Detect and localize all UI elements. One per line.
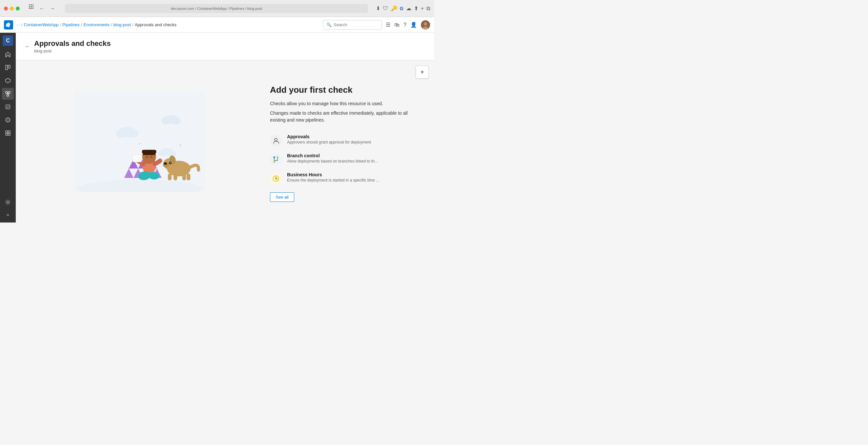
breadcrumb-org[interactable]: ···	[17, 22, 20, 27]
sidebar-settings-icon[interactable]	[2, 196, 14, 208]
azure-devops-logo[interactable]	[4, 20, 13, 30]
svg-point-54	[170, 162, 171, 163]
help-icon[interactable]: ?	[403, 22, 406, 28]
svg-rect-14	[6, 133, 7, 135]
svg-point-28	[139, 143, 141, 144]
browser-back-button[interactable]: ←	[37, 4, 46, 13]
content-area: ← Approvals and checks blog-post +	[16, 33, 434, 222]
share-icon[interactable]: ⬆	[414, 5, 418, 11]
svg-point-16	[7, 201, 9, 203]
breadcrumb-current: Approvals and checks	[135, 22, 177, 27]
search-input[interactable]	[334, 22, 373, 27]
svg-point-62	[274, 161, 275, 163]
svg-line-10	[8, 93, 8, 94]
user-settings-icon[interactable]: 👤	[410, 22, 417, 28]
svg-point-6	[8, 92, 10, 93]
approvals-icon	[270, 135, 282, 146]
svg-point-45	[150, 156, 152, 158]
back-button[interactable]: ←	[25, 43, 30, 49]
svg-point-22	[116, 130, 127, 138]
svg-rect-47	[134, 156, 140, 161]
svg-rect-4	[8, 65, 10, 68]
check-item-approvals-title: Approvals	[287, 134, 371, 139]
svg-rect-15	[8, 133, 10, 135]
clock-icon	[270, 173, 282, 184]
check-item-approvals-desc: Approvers should grant approval for depl…	[287, 140, 371, 144]
illustration-area	[16, 60, 264, 222]
page-title: Approvals and checks	[34, 39, 111, 48]
svg-point-60	[274, 157, 275, 158]
check-item-branch-desc: Allow deployments based on branches link…	[287, 159, 378, 164]
add-check-button[interactable]: +	[415, 66, 429, 79]
title-bar-actions: ⬇ 🛡 🔑 G ☁ ⬆ + ⧉	[376, 5, 430, 11]
svg-rect-58	[186, 174, 190, 180]
svg-rect-55	[167, 174, 171, 180]
svg-point-1	[424, 22, 427, 26]
check-item-branch: Branch control Allow deployments based o…	[270, 153, 421, 166]
minimize-button[interactable]	[10, 6, 14, 10]
breadcrumb-environments[interactable]: Environments	[83, 22, 109, 27]
sidebar: C	[0, 33, 16, 222]
download-icon[interactable]: ⬇	[376, 5, 380, 11]
svg-rect-57	[182, 174, 186, 180]
grammarly-icon[interactable]: G	[400, 6, 403, 11]
svg-point-51	[164, 162, 167, 165]
page-header: ← Approvals and checks blog-post	[16, 33, 434, 60]
sidebar-item-extensions[interactable]	[2, 127, 14, 139]
svg-point-59	[275, 138, 277, 141]
cloud-icon[interactable]: ☁	[406, 5, 411, 11]
sidebar-bottom: »	[2, 196, 14, 220]
sidebar-item-pipelines[interactable]	[2, 88, 14, 100]
check-list: Approvals Approvers should grant approva…	[270, 134, 421, 184]
password-icon[interactable]: 🔑	[391, 5, 397, 11]
sidebar-org-logo[interactable]: C	[3, 35, 13, 46]
svg-rect-13	[8, 131, 10, 133]
check-item-hours-text: Business Hours Ensure the deployment is …	[287, 172, 379, 182]
title-bar: ← → dev.azure.com / ContainerWebApp / Pi…	[0, 0, 434, 17]
check-item-approvals: Approvals Approvers should grant approva…	[270, 134, 421, 146]
sidebar-item-boards[interactable]	[2, 62, 14, 73]
svg-rect-3	[6, 65, 7, 70]
check-item-branch-text: Branch control Allow deployments based o…	[287, 153, 378, 164]
plus-tab-icon[interactable]: +	[421, 6, 424, 11]
svg-point-26	[167, 150, 176, 156]
windows-icon[interactable]: ⧉	[427, 6, 430, 11]
nav-bar: ··· / ContainerWebApp / Pipelines / Envi…	[0, 17, 434, 33]
svg-rect-43	[142, 150, 156, 153]
svg-point-27	[179, 144, 181, 146]
svg-point-44	[146, 156, 148, 158]
maximize-button[interactable]	[16, 6, 20, 10]
page-subtitle: blog-post	[34, 48, 111, 54]
sidebar-item-home[interactable]	[2, 48, 14, 60]
svg-rect-56	[173, 174, 177, 180]
shield-icon[interactable]: 🛡	[383, 6, 388, 11]
right-panel-title: Add your first check	[270, 85, 421, 95]
svg-point-20	[170, 117, 180, 125]
breadcrumb-blog-post[interactable]: blog-post	[114, 22, 131, 27]
menu-icon[interactable]: ☰	[386, 22, 391, 28]
nav-search-bar[interactable]: 🔍	[323, 20, 382, 30]
avatar[interactable]	[421, 20, 430, 30]
breadcrumb: ··· / ContainerWebApp / Pipelines / Envi…	[17, 22, 321, 27]
close-button[interactable]	[4, 6, 8, 10]
right-panel-desc1: Checks allow you to manage how this reso…	[270, 100, 421, 107]
waffle-icon[interactable]	[29, 4, 33, 9]
svg-point-25	[158, 150, 167, 156]
illustration	[74, 92, 205, 192]
address-text: dev.azure.com / ContainerWebApp / Pipeli…	[171, 6, 262, 10]
basket-icon[interactable]: 🛍	[394, 22, 400, 28]
check-item-approvals-text: Approvals Approvers should grant approva…	[287, 134, 371, 144]
see-all-button[interactable]: See all	[270, 192, 294, 202]
sidebar-collapse-icon[interactable]: »	[4, 209, 12, 220]
check-item-branch-title: Branch control	[287, 153, 378, 158]
check-item-hours-title: Business Hours	[287, 172, 379, 177]
browser-forward-button[interactable]: →	[48, 4, 57, 13]
check-item-hours: Business Hours Ensure the deployment is …	[270, 172, 421, 184]
address-bar[interactable]: dev.azure.com / ContainerWebApp / Pipeli…	[65, 4, 368, 13]
browser-nav: ← →	[25, 4, 57, 13]
sidebar-item-repos[interactable]	[2, 75, 14, 87]
sidebar-item-testplans[interactable]	[2, 101, 14, 113]
breadcrumb-pipelines[interactable]: Pipelines	[62, 22, 80, 27]
sidebar-item-artifacts[interactable]	[2, 114, 14, 126]
breadcrumb-project[interactable]: ContainerWebApp	[24, 22, 58, 27]
